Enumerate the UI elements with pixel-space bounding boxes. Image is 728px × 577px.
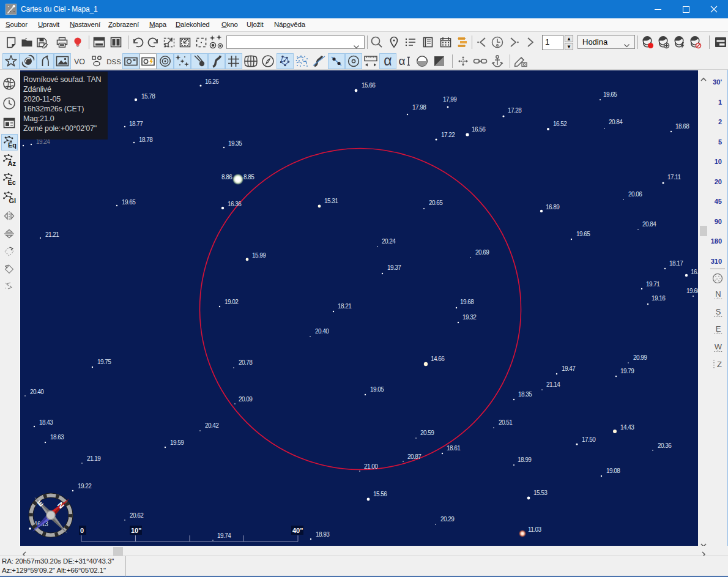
- svg-text:E: E: [716, 325, 721, 333]
- svg-text:20.24: 20.24: [382, 238, 396, 245]
- svg-text:18.68: 18.68: [675, 123, 689, 130]
- svg-text:19.79: 19.79: [620, 368, 634, 374]
- svg-text:18.35: 18.35: [518, 391, 532, 398]
- svg-text:20.78: 20.78: [239, 359, 253, 366]
- svg-text:16.52: 16.52: [553, 121, 567, 127]
- svg-text:15.53: 15.53: [533, 490, 548, 496]
- svg-text:18.43: 18.43: [39, 419, 53, 426]
- svg-text:α: α: [399, 54, 406, 67]
- svg-text:15.56: 15.56: [373, 491, 387, 497]
- svg-text:21.00: 21.00: [364, 463, 378, 470]
- svg-text:40": 40": [292, 527, 303, 534]
- svg-text:20.99: 20.99: [633, 354, 647, 361]
- svg-text:Az: Az: [8, 160, 17, 167]
- svg-text:17.11: 17.11: [667, 174, 682, 181]
- svg-text:DSS: DSS: [106, 58, 121, 65]
- svg-text:20.84: 20.84: [642, 221, 656, 228]
- svg-text:17.22: 17.22: [441, 132, 455, 138]
- svg-text:W: W: [715, 343, 722, 351]
- svg-text:Zdánlivé: Zdánlivé: [23, 85, 51, 94]
- svg-text:Ec: Ec: [8, 179, 16, 186]
- svg-text:18.63: 18.63: [50, 434, 64, 441]
- svg-text:15.99: 15.99: [252, 252, 266, 259]
- svg-text:19.68: 19.68: [460, 299, 474, 305]
- svg-text:15.78: 15.78: [141, 93, 155, 100]
- svg-text:20.59: 20.59: [420, 430, 434, 436]
- svg-text:Eq: Eq: [7, 141, 16, 149]
- svg-text:Zorné pole:+00°02'07": Zorné pole:+00°02'07": [23, 124, 97, 133]
- svg-text:21.14: 21.14: [546, 381, 560, 388]
- svg-text:20.69: 20.69: [475, 249, 489, 256]
- svg-text:19.16: 19.16: [652, 295, 666, 302]
- svg-text:20.65: 20.65: [429, 199, 443, 206]
- svg-text:20.42: 20.42: [205, 422, 219, 429]
- svg-text:19.75: 19.75: [97, 359, 111, 365]
- svg-text:Gl: Gl: [9, 197, 16, 204]
- svg-text:21.19: 21.19: [87, 455, 101, 462]
- svg-text:0: 0: [80, 527, 84, 534]
- svg-text:2020-11-05: 2020-11-05: [23, 95, 61, 103]
- svg-text:Rovníkové souřad. TAN: Rovníkové souřad. TAN: [23, 75, 102, 84]
- svg-text:N: N: [715, 290, 721, 299]
- svg-text:16.36: 16.36: [228, 201, 242, 207]
- svg-text:20.06: 20.06: [628, 191, 642, 198]
- svg-text:19.65: 19.65: [122, 199, 136, 206]
- svg-text:19.47: 19.47: [562, 365, 576, 372]
- svg-text:19.05: 19.05: [370, 386, 384, 393]
- svg-text:21.21: 21.21: [45, 231, 59, 238]
- svg-text:19.65: 19.65: [603, 91, 617, 98]
- svg-text:20.40: 20.40: [30, 389, 44, 395]
- svg-text:17.98: 17.98: [412, 104, 426, 111]
- svg-text:18.61: 18.61: [447, 445, 461, 452]
- svg-text:19.08: 19.08: [606, 467, 620, 474]
- svg-text:18.78: 18.78: [139, 136, 153, 143]
- svg-text:α: α: [384, 54, 392, 69]
- svg-text:19.59: 19.59: [170, 439, 184, 446]
- svg-text:18.21: 18.21: [338, 303, 352, 310]
- svg-text:19.02: 19.02: [225, 299, 239, 305]
- svg-text:20.51: 20.51: [499, 419, 513, 426]
- svg-text:20.87: 20.87: [407, 453, 422, 460]
- svg-text:20.84: 20.84: [609, 119, 623, 125]
- svg-text:18.99: 18.99: [518, 456, 532, 463]
- svg-text:19.22: 19.22: [78, 483, 92, 490]
- svg-text:14.43: 14.43: [620, 424, 634, 431]
- svg-text:16.56: 16.56: [472, 126, 486, 133]
- svg-text:8.86: 8.86: [221, 174, 232, 181]
- svg-text:20.36: 20.36: [658, 442, 672, 449]
- svg-text:16.89: 16.89: [546, 204, 560, 210]
- svg-text:17.50: 17.50: [582, 436, 596, 443]
- svg-text:18.17: 18.17: [669, 260, 683, 267]
- svg-text:18.77: 18.77: [129, 121, 143, 127]
- svg-text:15.31: 15.31: [324, 198, 338, 204]
- svg-text:19.60: 19.60: [686, 288, 698, 294]
- svg-text:S: S: [716, 308, 721, 316]
- svg-text:8.85: 8.85: [243, 174, 254, 181]
- svg-text:20.62: 20.62: [130, 512, 144, 519]
- svg-text:14.66: 14.66: [431, 356, 445, 362]
- svg-text:16h32m26s (CET): 16h32m26s (CET): [23, 105, 84, 113]
- svg-text:19.65: 19.65: [576, 231, 590, 237]
- svg-text:20.09: 20.09: [239, 396, 253, 403]
- svg-text:19.35: 19.35: [228, 140, 242, 147]
- svg-text:19.32: 19.32: [462, 314, 477, 321]
- svg-text:16.26: 16.26: [205, 78, 219, 85]
- svg-text:11.03: 11.03: [528, 526, 542, 533]
- svg-text:20.40: 20.40: [315, 328, 329, 335]
- svg-text:19.71: 19.71: [646, 281, 660, 288]
- svg-text:19.37: 19.37: [387, 264, 401, 271]
- svg-text:20.29: 20.29: [440, 516, 455, 523]
- svg-text:19.74: 19.74: [217, 532, 231, 539]
- svg-text:17.28: 17.28: [508, 107, 522, 114]
- svg-text:16.: 16.: [691, 269, 698, 275]
- svg-text:Z: Z: [717, 360, 722, 369]
- svg-text:15.66: 15.66: [362, 82, 376, 89]
- svg-text:18.93: 18.93: [316, 531, 330, 538]
- svg-text:Mag:21.0: Mag:21.0: [23, 114, 54, 123]
- svg-text:17,99: 17,99: [443, 96, 457, 103]
- svg-text:10": 10": [131, 527, 141, 534]
- svg-text:VO: VO: [74, 58, 85, 66]
